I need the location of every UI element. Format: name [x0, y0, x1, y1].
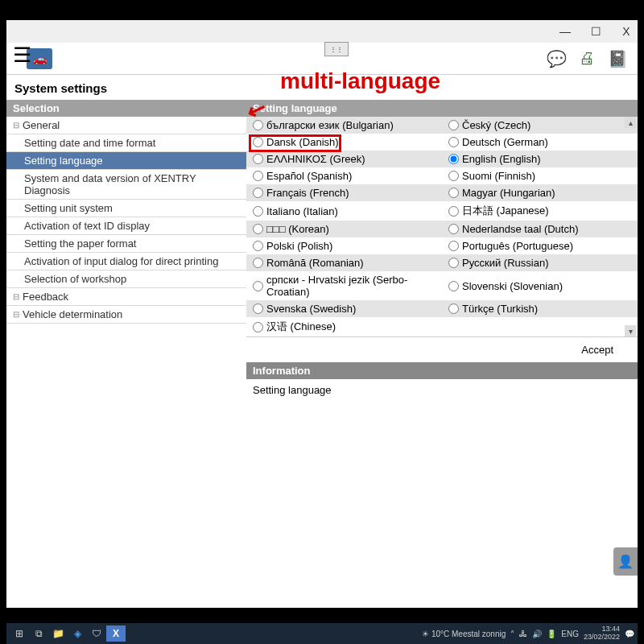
language-option[interactable]: Português (Portuguese)	[442, 237, 638, 254]
language-option[interactable]: Română (Romanian)	[246, 254, 442, 271]
language-option[interactable]: Suomi (Finnish)	[442, 167, 638, 184]
language-radio[interactable]	[253, 303, 263, 314]
language-row: Svenska (Swedish)Türkçe (Turkish)	[246, 300, 638, 317]
tree-item[interactable]: Activation of input dialog for direct pr…	[6, 253, 246, 270]
language-radio[interactable]	[253, 322, 263, 332]
language-label: Magyar (Hungarian)	[462, 187, 555, 199]
language-radio[interactable]	[253, 206, 263, 217]
language-option[interactable]: Magyar (Hungarian)	[442, 184, 638, 201]
notifications-icon[interactable]: 💬	[625, 630, 634, 638]
tray-lang[interactable]: ENG	[561, 630, 579, 638]
language-radio[interactable]	[448, 120, 459, 130]
maximize-button[interactable]: ☐	[588, 23, 604, 39]
language-radio[interactable]	[253, 224, 263, 234]
language-option[interactable]: 日本語 (Japanese)	[442, 201, 638, 221]
tree-item[interactable]: Setting date and time format	[6, 134, 246, 152]
taskview-icon[interactable]: ⧉	[29, 625, 48, 642]
language-radio[interactable]	[448, 154, 459, 164]
side-tab[interactable]: 👤	[613, 547, 638, 576]
language-option[interactable]: □□□ (Korean)	[246, 221, 442, 237]
start-button[interactable]: ⊞	[10, 625, 29, 642]
language-option[interactable]: Nederlandse taal (Dutch)	[442, 221, 638, 237]
language-option[interactable]: Русский (Russian)	[442, 254, 638, 271]
info-body: Setting language	[246, 379, 638, 583]
language-label: Italiano (Italian)	[266, 205, 338, 217]
language-radio[interactable]	[448, 188, 459, 198]
page-title: System settings	[6, 75, 638, 100]
language-option[interactable]: Français (French)	[246, 184, 442, 201]
language-label: Русский (Russian)	[462, 257, 548, 269]
language-option[interactable]: Español (Spanish)	[246, 167, 442, 184]
language-option[interactable]: ΕΛΛΗΝΙΚΟΣ (Greek)	[246, 151, 442, 167]
tray-battery-icon[interactable]: 🔋	[547, 630, 556, 638]
xentry-icon[interactable]: X	[106, 625, 126, 642]
language-label: Polski (Polish)	[266, 240, 332, 252]
tree-item[interactable]: Activation of text ID display	[6, 217, 246, 235]
tray-volume-icon[interactable]: 🔊	[532, 630, 542, 638]
language-option[interactable]: 汉语 (Chinese)	[246, 317, 442, 336]
shield-icon[interactable]: 🛡	[87, 625, 106, 642]
print-icon[interactable]: 🖨	[575, 47, 599, 70]
language-option[interactable]: Slovenski (Slovenian)	[442, 271, 638, 300]
explorer-icon[interactable]: 📁	[48, 625, 68, 642]
close-button[interactable]: X	[618, 23, 634, 39]
language-label: Português (Portuguese)	[462, 240, 573, 252]
language-option[interactable]: Český (Czech)	[442, 117, 638, 134]
language-option[interactable]: български език (Bulgarian)	[246, 117, 442, 134]
titlebar: ⋮⋮ — ☐ X	[6, 20, 638, 43]
language-option[interactable]: Svenska (Swedish)	[246, 300, 442, 317]
menu-icon[interactable]: ☰	[13, 43, 31, 68]
tree-item[interactable]: Setting the paper format	[6, 235, 246, 253]
tree-item[interactable]: Setting language	[6, 152, 246, 170]
language-radio[interactable]	[253, 241, 263, 251]
language-radio[interactable]	[448, 241, 459, 251]
language-radio[interactable]	[253, 171, 263, 181]
language-label: Deutsch (German)	[462, 136, 548, 148]
language-option[interactable]: Polski (Polish)	[246, 237, 442, 254]
book-icon[interactable]: 📓	[605, 47, 630, 70]
language-option[interactable]: Dansk (Danish)	[246, 134, 442, 151]
minimize-button[interactable]: —	[557, 23, 573, 39]
language-radio[interactable]	[253, 120, 263, 130]
language-label: Slovenski (Slovenian)	[462, 280, 563, 292]
tray-network-icon[interactable]: 🖧	[519, 630, 527, 638]
tree-group[interactable]: Feedback	[6, 288, 246, 306]
tree-item[interactable]: System and data version of XENTRY Diagno…	[6, 170, 246, 200]
language-radio[interactable]	[448, 137, 459, 147]
tree-item[interactable]: Setting unit system	[6, 200, 246, 217]
tray-chevron[interactable]: ˄	[510, 630, 514, 638]
teamviewer-icon[interactable]: ◈	[68, 625, 87, 642]
language-label: Français (French)	[266, 187, 349, 199]
language-radio[interactable]	[448, 171, 459, 181]
language-row: српски - Hrvatski jezik (Serbo-Croatian)…	[246, 271, 638, 300]
language-row: Français (French)Magyar (Hungarian)	[246, 184, 638, 201]
scroll-up-button[interactable]: ▴	[625, 117, 636, 128]
language-radio[interactable]	[448, 224, 459, 234]
weather-widget[interactable]: ☀ 10°C Meestal zonnig	[422, 630, 506, 638]
tree-group[interactable]: General	[6, 117, 246, 134]
language-radio[interactable]	[448, 206, 459, 217]
language-radio[interactable]	[253, 188, 263, 198]
scroll-down-button[interactable]: ▾	[625, 325, 636, 336]
language-radio[interactable]	[253, 281, 263, 291]
tree-item[interactable]: Selection of workshop	[6, 270, 246, 288]
language-option[interactable]: English (English)	[442, 151, 638, 167]
language-radio[interactable]	[253, 137, 263, 147]
language-option[interactable]: Deutsch (German)	[442, 134, 638, 151]
language-panel-header: Setting language	[246, 100, 638, 117]
language-option[interactable]: Türkçe (Turkish)	[442, 300, 638, 317]
language-radio[interactable]	[253, 154, 263, 164]
language-radio[interactable]	[448, 258, 459, 268]
language-radio[interactable]	[448, 281, 459, 291]
sidebar: Selection GeneralSetting date and time f…	[6, 100, 246, 583]
language-list: ▴ ▾ български език (Bulgarian)Český (Cze…	[246, 117, 638, 336]
clock[interactable]: 13:44 23/02/2022	[584, 625, 620, 642]
chat-icon[interactable]: 💬	[544, 47, 568, 70]
language-option[interactable]: српски - Hrvatski jezik (Serbo-Croatian)	[246, 271, 442, 300]
accept-button[interactable]: Accept	[581, 344, 613, 356]
language-radio[interactable]	[448, 303, 459, 314]
language-radio[interactable]	[253, 258, 263, 268]
toolbar: 🚗 💬 🖨 📓	[6, 43, 638, 75]
tree-group[interactable]: Vehicle determination	[6, 306, 246, 324]
language-option[interactable]: Italiano (Italian)	[246, 201, 442, 221]
